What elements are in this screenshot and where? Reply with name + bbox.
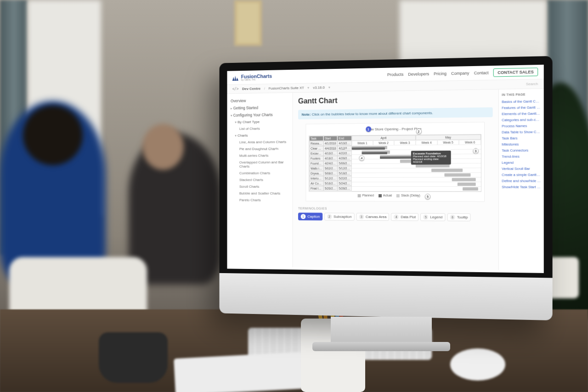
sidebar-item-chart-2[interactable]: Multi-series Charts xyxy=(230,152,290,159)
chip-canvas-area[interactable]: 3Canvas Area xyxy=(356,213,389,221)
gantt-bar[interactable] xyxy=(380,157,413,159)
chart-legend: Planned Actual Slack (Delay) 5 xyxy=(309,192,481,199)
toc-link-5[interactable]: Data Table to Show Columns xyxy=(502,129,541,135)
sidebar-item-chart-3[interactable]: Overlapped Column and Bar Charts xyxy=(230,159,290,170)
chart-caption: New Store Opening - Project Plan xyxy=(367,127,422,131)
sidebar-item-list-of-charts[interactable]: List of Charts xyxy=(230,125,290,132)
toc-link-0[interactable]: Basics of the Gantt Chart xyxy=(502,98,541,105)
nav-products[interactable]: Products xyxy=(387,72,403,77)
chart-tooltip: Excavate Foundation Planned start date: … xyxy=(411,151,451,165)
toc-link-2[interactable]: Elements of the Gantt Chart xyxy=(502,111,541,117)
toc-link-12[interactable]: Create a simple Gantt Chart xyxy=(502,172,541,178)
sidebar-item-charts[interactable]: Charts xyxy=(230,132,290,139)
gantt-bar[interactable] xyxy=(444,174,470,177)
imac-monitor: FusionCharts by Idera, Inc. Products Dev… xyxy=(214,60,549,317)
chip-data-plot[interactable]: 4Data Plot xyxy=(391,213,418,221)
screen: FusionCharts by Idera, Inc. Products Dev… xyxy=(227,65,543,273)
nav-developers[interactable]: Developers xyxy=(408,72,429,77)
code-icon: </> xyxy=(232,87,239,91)
gantt-bar[interactable] xyxy=(463,187,478,190)
sidebar-item-chart-1[interactable]: Pie and Doughnut Charts xyxy=(230,145,290,152)
terminologies-label: TERMINOLOGIES xyxy=(298,207,493,210)
gantt-bar[interactable] xyxy=(452,178,475,181)
toc-link-4[interactable]: Process Names xyxy=(502,123,541,129)
info-note: Note: Click on the bubbles below to know… xyxy=(298,107,493,119)
nav-contact[interactable]: Contact xyxy=(474,70,489,75)
gantt-chart-preview: 1 New Store Opening - Project Plan 2 3 4… xyxy=(305,122,485,202)
gantt-bar[interactable] xyxy=(431,168,463,172)
sidebar-left: Overview Getting Started Configuring You… xyxy=(227,93,293,267)
sidebar-item-chart-4[interactable]: Combination Charts xyxy=(230,170,290,177)
in-this-page-heading: IN THIS PAGE xyxy=(502,93,541,96)
gantt-bar[interactable] xyxy=(352,147,385,150)
main-content: Gantt Chart Note: Click on the bubbles b… xyxy=(293,90,498,270)
chip-legend[interactable]: 5Legend xyxy=(420,213,445,221)
toc-link-10[interactable]: Legend xyxy=(502,159,541,166)
bubble-1[interactable]: 1 xyxy=(366,126,371,132)
chip-caption[interactable]: 1Caption xyxy=(298,213,322,220)
sidebar-item-chart-6[interactable]: Scroll Charts xyxy=(230,183,290,190)
sidebar-item-overview[interactable]: Overview xyxy=(230,96,290,105)
bubble-2[interactable]: 2 xyxy=(416,129,421,134)
sidebar-item-chart-5[interactable]: Stacked Charts xyxy=(230,176,290,183)
sidebar-item-by-chart-type[interactable]: By Chart Type xyxy=(230,118,290,125)
toc-link-1[interactable]: Features of the Gantt Chart xyxy=(502,104,541,111)
nav-pricing[interactable]: Pricing xyxy=(434,71,447,76)
toc-link-8[interactable]: Task Connectors xyxy=(502,147,541,154)
sidebar-item-chart-8[interactable]: Pareto Charts xyxy=(230,197,290,204)
sidebar-item-configuring[interactable]: Configuring Your Charts xyxy=(230,111,290,119)
breadcrumb-product[interactable]: FusionCharts Suite XT xyxy=(269,86,304,90)
sidebar-item-getting-started[interactable]: Getting Started xyxy=(230,104,290,112)
toc-link-9[interactable]: Trend-lines xyxy=(502,153,541,160)
mouse xyxy=(450,348,505,381)
toc-link-11[interactable]: Vertical Scroll Bar xyxy=(502,166,541,172)
search-input[interactable]: Search xyxy=(526,82,538,86)
version-selector[interactable]: v3.18.0 xyxy=(313,85,325,90)
chip-subcaption[interactable]: 2Subcaption xyxy=(324,213,355,220)
toc-link-14[interactable]: Show/Hide Task Start and End Date xyxy=(502,184,541,190)
toc-link-3[interactable]: Categories and sub-categories (dates) xyxy=(502,117,541,123)
page-title: Gantt Chart xyxy=(298,94,493,105)
brand-logo-icon xyxy=(232,74,238,81)
contact-sales-button[interactable]: CONTACT SALES xyxy=(493,67,538,77)
toc-link-13[interactable]: Define and show/hide Task Labels xyxy=(502,178,541,184)
gantt-bar[interactable] xyxy=(457,183,475,186)
nav-company[interactable]: Company xyxy=(451,71,469,76)
dev-centre-label[interactable]: Dev Centre xyxy=(242,87,260,91)
sidebar-item-chart-7[interactable]: Bubble and Scatter Charts xyxy=(230,190,290,197)
sidebar-item-chart-0[interactable]: Line, Area and Column Charts xyxy=(230,139,290,146)
toc-link-6[interactable]: Task Bars xyxy=(502,135,541,141)
gantt-bar[interactable] xyxy=(362,152,387,154)
bubble-5[interactable]: 5 xyxy=(425,194,430,199)
terminology-chips: 1Caption2Subcaption3Canvas Area4Data Plo… xyxy=(298,213,493,221)
chip-tooltip[interactable]: 6Tooltip xyxy=(447,213,471,221)
primary-nav: Products Developers Pricing Company Cont… xyxy=(387,67,538,78)
sidebar-right: IN THIS PAGE Basics of the Gantt ChartFe… xyxy=(498,89,544,270)
toc-link-7[interactable]: Milestones xyxy=(502,141,541,147)
